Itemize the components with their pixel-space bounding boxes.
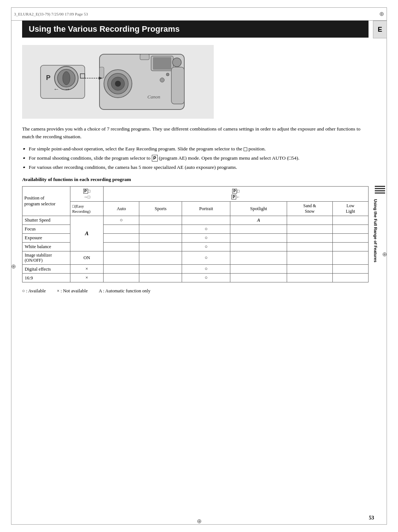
sports-169 — [139, 274, 182, 282]
camera-image: P ← → Canon — [22, 45, 214, 119]
sports-de — [139, 265, 182, 274]
feature-16-9: 16:9 — [22, 274, 70, 282]
spotlight-de — [230, 265, 287, 274]
header-bar: 3_ELURA2_E(33-79) 7/25/00 17:09 Page 53 … — [11, 7, 387, 21]
sand-is — [287, 251, 332, 265]
portrait-169: ○ — [182, 274, 230, 282]
feature-white-balance: White balance — [22, 242, 70, 251]
svg-point-4 — [63, 72, 70, 85]
svg-rect-17 — [171, 67, 184, 104]
low-de — [332, 265, 368, 274]
section-title: Availability of functions in each record… — [22, 177, 369, 182]
selector-col1: P□ →□ — [70, 186, 104, 202]
sports-is — [139, 251, 182, 265]
left-crosshair-icon: ⊕ — [11, 262, 16, 270]
prog-sel-icon-2: P□ P← — [231, 189, 240, 199]
svg-point-20 — [160, 78, 164, 82]
col-spotlight: Spotlight — [230, 202, 287, 216]
legend-circle: ○ : Available — [22, 288, 46, 294]
low-is — [332, 251, 368, 265]
col-sand-snow: Sand &Snow — [287, 202, 332, 216]
portrait-wb: ○ — [182, 242, 230, 251]
svg-rect-15 — [140, 54, 149, 60]
selector-col2: P□ P← — [104, 186, 369, 202]
p-icon: P — [152, 155, 158, 161]
svg-text:Canon: Canon — [147, 94, 160, 100]
sports-focus — [139, 225, 182, 233]
svg-rect-14 — [153, 57, 171, 70]
side-line-4 — [375, 192, 385, 194]
easy-is: ON — [70, 251, 104, 265]
easy-de: × — [70, 265, 104, 274]
spotlight-shutter: A — [230, 216, 287, 225]
side-tab-label: E — [378, 26, 382, 34]
portrait-exposure: ○ — [182, 233, 230, 242]
spotlight-focus — [230, 225, 287, 233]
page-number: 53 — [369, 515, 374, 521]
side-label-lines — [373, 184, 387, 195]
spotlight-wb — [230, 242, 287, 251]
table-header-row-2: □(EasyRecording) Auto Sports Portrait Sp… — [22, 202, 369, 216]
body-text: The camera provides you with a choice of… — [22, 125, 369, 141]
low-exposure — [332, 233, 368, 242]
side-tab-e: E — [373, 21, 387, 38]
bullet-item-2: For normal shooting conditions, slide th… — [29, 154, 369, 162]
feature-exposure: Exposure — [22, 233, 70, 242]
low-169 — [332, 274, 368, 282]
portrait-is: ○ — [182, 251, 230, 265]
portrait-de: ○ — [182, 265, 230, 274]
legend-a: A : Automatic function only — [99, 288, 150, 294]
sand-shutter — [287, 216, 332, 225]
legend-row: ○ : Available × : Not available A : Auto… — [22, 288, 369, 294]
low-shutter — [332, 216, 368, 225]
col-low-light: LowLight — [332, 202, 368, 216]
auto-exposure — [104, 233, 139, 242]
sand-169 — [287, 274, 332, 282]
col-auto: Auto — [104, 202, 139, 216]
feature-focus: Focus — [22, 225, 70, 233]
svg-rect-19 — [100, 67, 104, 78]
low-wb — [332, 242, 368, 251]
svg-point-16 — [172, 58, 181, 67]
page-title: Using the Various Recording Programs — [22, 21, 369, 38]
feature-image-stabilizer: Image stabilizer (ON/OFF) — [22, 251, 70, 265]
table-header-row-1: Position ofprogram selector P□ →□ P□ P← — [22, 186, 369, 202]
bullet-item-1: For simple point-and-shoot operation, se… — [29, 145, 369, 153]
auto-de — [104, 265, 139, 274]
auto-is — [104, 251, 139, 265]
sports-exposure — [139, 233, 182, 242]
sand-de — [287, 265, 332, 274]
svg-point-12 — [115, 81, 121, 87]
header-crosshair-icon: ⊕ — [379, 10, 384, 17]
side-label-text: Using the Full Range of Features — [373, 199, 378, 262]
portrait-shutter — [182, 216, 230, 225]
right-crosshair-icon: ⊕ — [382, 251, 387, 258]
table-row: Shutter Speed A ○ A — [22, 216, 369, 225]
bullet-list: For simple point-and-shoot operation, se… — [29, 145, 369, 171]
side-line-3 — [375, 190, 385, 191]
auto-focus — [104, 225, 139, 233]
table-row: Image stabilizer (ON/OFF) ON ○ — [22, 251, 369, 265]
sports-wb — [139, 242, 182, 251]
features-table: Position ofprogram selector P□ →□ P□ P← — [22, 186, 369, 283]
legend-cross: × : Not available — [57, 288, 88, 294]
low-focus — [332, 225, 368, 233]
side-line-2 — [375, 188, 385, 189]
col-easy: □(EasyRecording) — [70, 202, 104, 216]
side-line-1 — [375, 186, 385, 187]
spotlight-169 — [230, 274, 287, 282]
sand-exposure — [287, 233, 332, 242]
sports-shutter — [139, 216, 182, 225]
spotlight-is — [230, 251, 287, 265]
feature-digital-effects: Digital effects — [22, 265, 70, 274]
svg-text:P: P — [46, 74, 50, 81]
easy-recording-cell: A — [70, 216, 104, 251]
table-row: Digital effects × ○ — [22, 265, 369, 274]
bullet-item-3: For various other recording conditions, … — [29, 164, 369, 171]
table-row: 16:9 × ○ — [22, 274, 369, 282]
square-icon — [244, 147, 247, 151]
auto-shutter: ○ — [104, 216, 139, 225]
easy-169: × — [70, 274, 104, 282]
portrait-focus: ○ — [182, 225, 230, 233]
auto-wb — [104, 242, 139, 251]
